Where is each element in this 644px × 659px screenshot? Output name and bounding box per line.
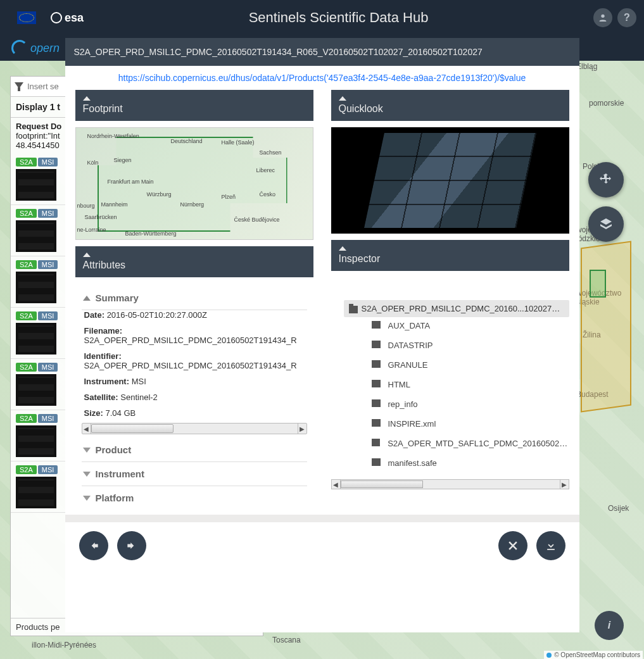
- scroll-right-icon[interactable]: ▶: [298, 424, 306, 434]
- inspector-file[interactable]: manifest.safe: [372, 458, 569, 468]
- fp-city: České Budějovice: [234, 217, 280, 223]
- inspector-item-label: INSPIRE.xml: [388, 419, 436, 429]
- summary-instrument-value: MSI: [132, 377, 146, 386]
- fp-city: Baden-Württemberg: [125, 230, 177, 237]
- osm-dot-icon: [546, 653, 552, 658]
- footprint-map: Nordrhein-Westfalen Deutschland Halle (S…: [75, 127, 313, 240]
- help-button[interactable]: ?: [617, 8, 636, 27]
- map-credits-text: © OpenStreetMap contributors: [554, 651, 640, 658]
- summary-satellite-label: Satellite:: [84, 392, 118, 402]
- folder-icon: [372, 341, 381, 348]
- inspector-item-label: DATASTRIP: [388, 341, 433, 350]
- fp-city: Würzburg: [147, 191, 172, 198]
- modal-link-row: https://scihub.copernicus.eu/dhus/odata/…: [65, 66, 579, 90]
- ec-logo: [8, 6, 46, 29]
- folder-icon: [372, 321, 381, 329]
- attributes-label: Attributes: [83, 260, 306, 271]
- fp-city: Siegen: [114, 157, 132, 163]
- summary-identifier-value: S2A_OPER_PRD_MSIL1C_PDMC_20160502T191434…: [84, 361, 297, 370]
- summary-date-value: 2016-05-02T10:20:27.000Z: [107, 310, 207, 320]
- summary-filename-label: Filename:: [84, 326, 123, 336]
- inspector-folder[interactable]: rep_info: [372, 399, 569, 409]
- inspector-tree: S2A_OPER_PRD_MSIL1C_PDMC_20160...102027_…: [331, 300, 569, 468]
- fp-city: ne-Lorraine: [77, 227, 106, 233]
- scroll-left-icon[interactable]: ◀: [82, 424, 91, 434]
- scroll-left-icon[interactable]: ◀: [332, 480, 341, 489]
- folder-icon: [372, 380, 381, 387]
- inspector-panel-header[interactable]: Inspector: [331, 240, 569, 271]
- inspector-root[interactable]: S2A_OPER_PRD_MSIL1C_PDMC_20160...102027_…: [344, 300, 569, 317]
- inspector-folder[interactable]: DATASTRIP: [372, 341, 569, 350]
- inspector-item-label: HTML: [388, 380, 410, 389]
- scroll-right-icon[interactable]: ▶: [560, 480, 569, 489]
- summary-satellite-value: Sentinel-2: [120, 392, 158, 402]
- inspector-item-label: GRANULE: [388, 360, 428, 370]
- logo-group: esa: [8, 6, 84, 29]
- summary-title: Summary: [96, 292, 139, 303]
- topbar-right: ?: [593, 8, 636, 27]
- inspector-scrollbar[interactable]: ◀ ▶: [331, 479, 569, 489]
- folder-open-icon: [349, 306, 358, 313]
- close-modal-button[interactable]: [498, 531, 527, 560]
- scroll-thumb[interactable]: [341, 480, 423, 488]
- top-bar: esa Sentinels Scientific Data Hub ?: [0, 0, 644, 35]
- summary-identifier-label: Identifier:: [84, 351, 122, 361]
- quicklook-tile-icon: [364, 133, 536, 228]
- inspector-file[interactable]: S2A_OPER_MTD_SAFL1C_PDMC_20160502T19: [372, 439, 569, 448]
- inspector-item-label: manifest.safe: [388, 458, 437, 468]
- odata-download-link[interactable]: https://scihub.copernicus.eu/dhus/odata/…: [118, 73, 526, 83]
- fp-city: Saarbrücken: [85, 214, 117, 220]
- user-menu-button[interactable]: [593, 8, 612, 27]
- chevron-down-icon: [83, 496, 91, 501]
- summary-section-header[interactable]: Summary: [80, 286, 308, 310]
- inspector-folder[interactable]: HTML: [372, 380, 569, 389]
- app-title: Sentinels Scientific Data Hub: [84, 9, 593, 26]
- product-section-header[interactable]: Product: [80, 438, 308, 461]
- chevron-up-icon: [83, 296, 91, 301]
- product-title: Product: [96, 444, 132, 455]
- fp-city: Sachsen: [260, 149, 282, 156]
- fp-city: Halle (Saale): [222, 139, 255, 146]
- map-label: Toscana: [272, 636, 301, 644]
- instrument-section-header[interactable]: Instrument: [80, 462, 308, 486]
- chevron-down-icon: [83, 448, 91, 453]
- inspector-file[interactable]: INSPIRE.xml: [372, 419, 569, 429]
- inspector-folder[interactable]: GRANULE: [372, 360, 569, 370]
- fp-city: Frankfurt am Main: [108, 179, 154, 185]
- modal-left-column: Footprint Nordrhein-Westfalen Deutschlan…: [75, 90, 313, 512]
- prev-product-button[interactable]: [79, 531, 108, 560]
- esa-text: esa: [65, 11, 84, 25]
- chevron-down-icon: [83, 472, 91, 477]
- next-product-button[interactable]: [117, 531, 146, 560]
- fp-city: Deutschland: [171, 138, 203, 144]
- download-product-button[interactable]: [536, 531, 565, 560]
- quicklook-label: Quicklook: [339, 103, 562, 115]
- modal-title: S2A_OPER_PRD_MSIL1C_PDMC_20160502T191434…: [65, 38, 579, 66]
- quicklook-image: [331, 127, 569, 234]
- eu-flag-icon: [17, 11, 36, 24]
- chevron-up-icon: [339, 246, 346, 251]
- platform-section-header[interactable]: Platform: [80, 486, 308, 510]
- modal-overlay: S2A_OPER_PRD_MSIL1C_PDMC_20160502T191434…: [0, 38, 644, 632]
- file-icon: [372, 458, 381, 466]
- quicklook-panel-header[interactable]: Quicklook: [331, 90, 569, 121]
- arrow-right-icon: [125, 539, 138, 552]
- summary-scrollbar[interactable]: ◀ ▶: [82, 423, 307, 434]
- platform-title: Platform: [96, 493, 134, 503]
- chevron-up-icon: [339, 96, 346, 101]
- download-icon: [545, 539, 557, 552]
- fp-city: Mannheim: [101, 201, 128, 208]
- attributes-panel-header[interactable]: Attributes: [75, 246, 313, 277]
- scroll-thumb[interactable]: [91, 424, 174, 433]
- arrow-left-icon: [87, 539, 100, 552]
- inspector-folder[interactable]: AUX_DATA: [372, 321, 569, 330]
- summary-size-label: Size:: [84, 408, 103, 418]
- inspector-item-label: AUX_DATA: [388, 321, 431, 330]
- fp-city: Nürnberg: [180, 201, 205, 208]
- instrument-title: Instrument: [96, 468, 145, 479]
- chevron-up-icon: [83, 96, 91, 101]
- file-icon: [372, 419, 381, 427]
- footprint-panel-header[interactable]: Footprint: [75, 90, 313, 121]
- modal-body: Footprint Nordrhein-Westfalen Deutschlan…: [65, 90, 579, 515]
- svg-point-0: [601, 15, 604, 18]
